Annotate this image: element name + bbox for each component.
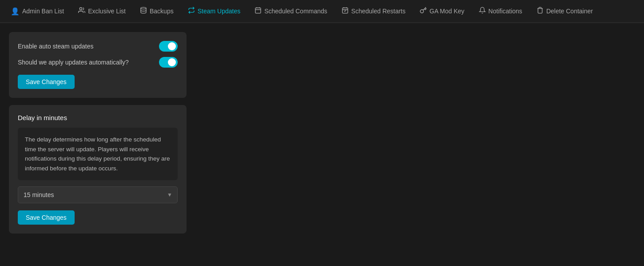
toggle1-label: Enable auto steam updates: [18, 43, 93, 50]
scheduled-commands-icon: [254, 7, 262, 16]
nav-item-scheduled-restarts[interactable]: Scheduled Restarts: [334, 0, 413, 23]
nav-label-backups: Backups: [150, 8, 174, 15]
admin-ban-icon: 👤: [11, 7, 20, 16]
navigation-bar: 👤 Admin Ban List Exclusive List Backups: [0, 0, 644, 23]
svg-rect-6: [342, 8, 348, 13]
steam-updates-icon: [188, 7, 195, 16]
save-changes-button-2[interactable]: Save Changes: [18, 210, 75, 225]
save-changes-button-1[interactable]: Save Changes: [18, 75, 75, 89]
nav-item-steam-updates[interactable]: Steam Updates: [181, 0, 248, 23]
delay-info-text: The delay determines how long after the …: [25, 135, 171, 173]
nav-item-backups[interactable]: Backups: [133, 0, 181, 23]
main-content: Enable auto steam updates Should we appl…: [0, 23, 644, 242]
nav-item-admin-ban-list[interactable]: 👤 Admin Ban List: [4, 0, 71, 23]
nav-item-exclusive-list[interactable]: Exclusive List: [71, 0, 133, 23]
delay-card: Delay in minutes The delay determines ho…: [9, 105, 187, 234]
nav-item-delete-container[interactable]: Delete Container: [529, 0, 600, 23]
toggle2-label: Should we apply updates automatically?: [18, 59, 129, 66]
ga-mod-key-icon: [420, 7, 427, 16]
scheduled-restarts-icon: [342, 7, 349, 16]
nav-item-notifications[interactable]: Notifications: [472, 0, 529, 23]
backups-icon: [140, 7, 147, 16]
toggle1-row: Enable auto steam updates: [18, 41, 178, 52]
nav-label-delete-container: Delete Container: [546, 8, 593, 15]
exclusive-list-icon: [78, 7, 85, 16]
nav-label-admin-ban-list: Admin Ban List: [22, 8, 64, 15]
nav-item-scheduled-commands[interactable]: Scheduled Commands: [247, 0, 334, 23]
notifications-icon: [479, 7, 486, 16]
nav-label-scheduled-restarts: Scheduled Restarts: [351, 8, 405, 15]
nav-label-ga-mod-key: GA Mod Key: [429, 8, 465, 15]
delay-select[interactable]: 5 minutes 10 minutes 15 minutes 30 minut…: [18, 186, 178, 203]
svg-rect-2: [255, 8, 261, 13]
delay-card-title: Delay in minutes: [18, 114, 178, 121]
auto-updates-card: Enable auto steam updates Should we appl…: [9, 32, 187, 98]
delay-select-wrapper: 5 minutes 10 minutes 15 minutes 30 minut…: [18, 186, 178, 203]
nav-item-ga-mod-key[interactable]: GA Mod Key: [413, 0, 472, 23]
nav-label-steam-updates: Steam Updates: [198, 8, 241, 15]
svg-point-0: [80, 8, 82, 10]
nav-label-exclusive-list: Exclusive List: [88, 8, 126, 15]
svg-point-1: [141, 7, 146, 9]
delay-info-box: The delay determines how long after the …: [18, 128, 178, 180]
nav-label-scheduled-commands: Scheduled Commands: [264, 8, 327, 15]
delete-container-icon: [537, 7, 544, 16]
nav-label-notifications: Notifications: [489, 8, 522, 15]
enable-auto-updates-toggle[interactable]: [159, 41, 178, 52]
toggle1-slider: [159, 41, 178, 52]
toggle2-row: Should we apply updates automatically?: [18, 57, 178, 68]
apply-updates-toggle[interactable]: [159, 57, 178, 68]
toggle2-slider: [159, 57, 178, 68]
